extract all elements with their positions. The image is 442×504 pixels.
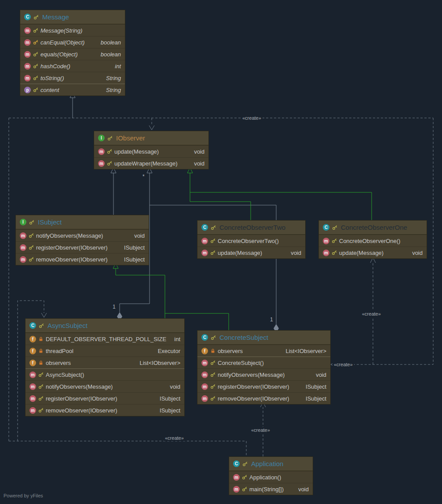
public-key-icon [107, 149, 112, 154]
member-row[interactable]: m ConcreteSubject() [197, 357, 330, 368]
public-key-icon [211, 225, 216, 230]
member-type: void [190, 148, 205, 155]
class-header-concrete-observer-two[interactable]: C ConcreteObserverTwo [197, 221, 305, 235]
member-row[interactable]: m canEqual(Object) boolean [20, 36, 125, 48]
public-key-icon [33, 63, 38, 69]
public-key-icon [33, 52, 38, 57]
member-row[interactable]: m registerObserver(IObserver) ISubject [16, 241, 149, 253]
association-arrowheads [70, 92, 279, 333]
member-name: update(Message) [218, 250, 262, 256]
class-header-concrete-subject[interactable]: C ConcreteSubject [197, 331, 330, 345]
member-row[interactable]: m toString() String [20, 72, 125, 84]
member-type: void [130, 232, 145, 239]
member-name: threadPool [46, 348, 73, 354]
member-name: registerObserver(IObserver) [218, 383, 289, 390]
member-row[interactable]: m updateWraper(Message) void [94, 157, 208, 169]
method-icon: m [201, 383, 208, 390]
class-header-concrete-observer-one[interactable]: C ConcreteObserverOne [319, 221, 427, 235]
member-row[interactable]: m removeObserver(IObserver) ISubject [26, 404, 184, 416]
member-name: equals(Object) [40, 51, 78, 58]
member-row[interactable]: p content String [20, 84, 125, 96]
class-title: IObserver [116, 134, 145, 142]
member-type: String [102, 75, 121, 81]
member-name: update(Message) [114, 148, 159, 155]
class-title: ConcreteSubject [219, 334, 268, 341]
member-row[interactable]: m removeObserver(IObserver) ISubject [197, 392, 330, 404]
method-icon: m [233, 486, 240, 493]
class-header-isubject[interactable]: I ISubject [16, 215, 149, 229]
member-row[interactable]: m update(Message) void [197, 246, 305, 258]
public-key-icon [242, 475, 247, 480]
member-type: ISubject [301, 383, 326, 390]
member-row[interactable]: m ConcreteObserverOne() [319, 235, 427, 246]
class-icon: C [201, 224, 208, 231]
method-icon: m [201, 238, 208, 244]
public-key-icon [332, 225, 337, 230]
member-row[interactable]: m notifyObservers(Message) void [16, 229, 149, 241]
member-type: List<IObserver> [281, 348, 327, 354]
member-type: Executor [153, 348, 180, 354]
member-name: ConcreteObserverOne() [339, 238, 400, 244]
member-row[interactable]: m registerObserver(IObserver) ISubject [197, 380, 330, 392]
method-icon: m [24, 63, 31, 70]
member-name: canEqual(Object) [40, 39, 84, 46]
public-key-icon [38, 372, 44, 377]
class-icon: C [233, 460, 240, 467]
method-icon: m [20, 232, 26, 239]
public-key-icon [242, 461, 248, 467]
class-title: Application [251, 460, 283, 467]
class-title: ConcreteObserverTwo [219, 224, 285, 231]
method-icon: m [29, 372, 36, 378]
class-header-async-subject[interactable]: C AsyncSubject [26, 319, 184, 333]
diagram-canvas[interactable]: C Message m Message(String) m canEqual(O… [0, 0, 442, 504]
method-icon: m [20, 256, 26, 263]
member-row[interactable]: m main(String[]) void [229, 483, 313, 495]
public-key-icon [29, 257, 34, 262]
class-header-iobserver[interactable]: I IObserver [94, 131, 208, 145]
member-row[interactable]: f DEFAULT_OBSERVER_THREAD_POLL_SIZE int [26, 333, 184, 345]
public-key-icon [211, 335, 216, 340]
member-row[interactable]: m update(Message) void [94, 145, 208, 157]
member-row[interactable]: m notifyObservers(Message) void [26, 380, 184, 392]
class-box-iobserver[interactable]: I IObserver m update(Message) void m upd… [94, 131, 209, 169]
member-type: void [311, 372, 326, 378]
class-box-async-subject[interactable]: C AsyncSubject f DEFAULT_OBSERVER_THREAD… [25, 318, 185, 416]
member-row[interactable]: m Application() [229, 471, 313, 483]
member-row[interactable]: m removeObserver(IObserver) ISubject [16, 253, 149, 265]
member-row[interactable]: f threadPool Executor [26, 345, 184, 357]
member-row[interactable]: m equals(Object) boolean [20, 48, 125, 60]
member-row[interactable]: m registerObserver(IObserver) ISubject [26, 392, 184, 404]
class-header-application[interactable]: C Application [229, 457, 313, 471]
member-row[interactable]: m update(Message) void [319, 246, 427, 258]
class-header-message[interactable]: C Message [20, 10, 125, 24]
member-row[interactable]: m AsyncSubject() [26, 368, 184, 380]
field-icon: f [29, 360, 36, 366]
class-box-concrete-observer-one[interactable]: C ConcreteObserverOne m ConcreteObserver… [318, 220, 427, 259]
method-icon: m [29, 383, 36, 390]
class-icon: C [24, 14, 31, 20]
class-icon: C [29, 322, 36, 329]
member-type: ISubject [120, 244, 145, 251]
class-box-isubject[interactable]: I ISubject m notifyObservers(Message) vo… [15, 215, 149, 265]
public-key-icon [210, 360, 216, 365]
class-icon: C [201, 334, 208, 341]
member-type: void [286, 250, 301, 256]
class-box-concrete-observer-two[interactable]: C ConcreteObserverTwo m ConcreteObserver… [197, 220, 306, 259]
class-box-application[interactable]: C Application m Application() m main(Str… [229, 456, 313, 495]
member-row[interactable]: m notifyObservers(Message) void [197, 368, 330, 380]
member-row[interactable]: m Message(String) [20, 24, 125, 36]
member-row[interactable]: m hashCode() int [20, 60, 125, 72]
member-name: removeObserver(IObserver) [36, 256, 108, 263]
member-type: void [294, 486, 309, 493]
member-row[interactable]: f observers List<IObserver> [26, 357, 184, 368]
member-row[interactable]: f observers List<IObserver> [197, 345, 330, 357]
class-box-concrete-subject[interactable]: C ConcreteSubject f observers List<IObse… [197, 330, 331, 405]
method-icon: m [98, 160, 105, 167]
method-icon: m [24, 75, 31, 81]
member-row[interactable]: m ConcreteObserverTwo() [197, 235, 305, 246]
member-type: ISubject [301, 395, 326, 402]
member-type: String [102, 87, 121, 93]
member-name: toString() [40, 75, 64, 81]
interface-icon: I [98, 135, 105, 141]
class-box-message[interactable]: C Message m Message(String) m canEqual(O… [20, 10, 125, 96]
